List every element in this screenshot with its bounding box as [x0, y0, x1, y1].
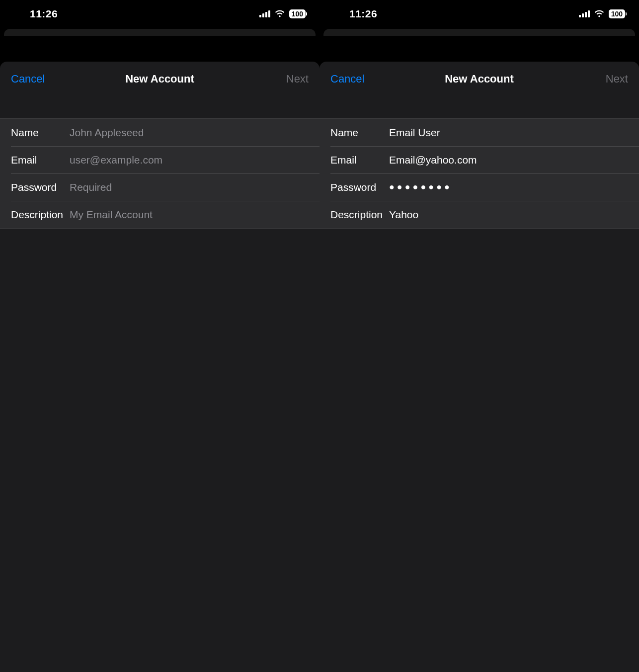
name-label: Name: [11, 127, 70, 139]
password-field[interactable]: [70, 181, 320, 193]
password-label: Password: [330, 181, 389, 193]
next-button[interactable]: Next: [606, 73, 628, 85]
password-row: Password ●●●●●●●●: [320, 173, 639, 201]
cancel-button[interactable]: Cancel: [11, 73, 45, 85]
email-row: Email Email@yahoo.com: [320, 146, 639, 173]
description-label: Description: [330, 209, 389, 221]
screen-right: 11:26 100 Cancel New Account Next Name E…: [320, 0, 639, 672]
password-label: Password: [11, 181, 70, 193]
cellular-signal-icon: [259, 10, 270, 17]
status-time: 11:26: [349, 8, 377, 20]
email-field[interactable]: Email@yahoo.com: [389, 154, 639, 166]
battery-icon: 100: [289, 9, 306, 19]
password-row: Password: [0, 173, 320, 201]
status-time: 11:26: [30, 8, 58, 20]
email-label: Email: [11, 154, 70, 166]
name-row: Name Email User: [320, 119, 639, 146]
status-icons: 100: [259, 9, 306, 19]
page-title: New Account: [445, 73, 514, 85]
nav-bar: Cancel New Account Next: [0, 62, 320, 96]
description-field[interactable]: Yahoo: [389, 209, 639, 221]
description-field[interactable]: [70, 209, 320, 221]
status-bar: 11:26 100: [0, 0, 320, 28]
email-row: Email: [0, 146, 320, 173]
modal-sheet: Cancel New Account Next Name Email User …: [320, 62, 639, 672]
battery-icon: 100: [609, 9, 625, 19]
name-row: Name: [0, 119, 320, 146]
description-row: Description Yahoo: [320, 201, 639, 228]
account-form: Name Email User Email Email@yahoo.com Pa…: [320, 118, 639, 229]
sheet-backdrop: [323, 29, 635, 36]
cellular-signal-icon: [579, 10, 590, 17]
email-label: Email: [330, 154, 389, 166]
email-field[interactable]: [70, 154, 320, 166]
status-bar: 11:26 100: [320, 0, 639, 28]
description-row: Description: [0, 201, 320, 228]
sheet-body: [0, 229, 320, 672]
password-field[interactable]: ●●●●●●●●: [389, 182, 639, 192]
wifi-icon: [594, 10, 605, 18]
screen-left: 11:26 100 Cancel New Account Next Name: [0, 0, 320, 672]
wifi-icon: [274, 10, 285, 18]
name-field[interactable]: Email User: [389, 127, 639, 139]
next-button[interactable]: Next: [286, 73, 309, 85]
status-icons: 100: [579, 9, 625, 19]
page-title: New Account: [125, 73, 194, 85]
name-field[interactable]: [70, 127, 320, 139]
cancel-button[interactable]: Cancel: [330, 73, 364, 85]
name-label: Name: [330, 127, 389, 139]
account-form: Name Email Password Description: [0, 118, 320, 229]
sheet-body: [320, 229, 639, 672]
description-label: Description: [11, 209, 70, 221]
nav-bar: Cancel New Account Next: [320, 62, 639, 96]
modal-sheet: Cancel New Account Next Name Email Passw…: [0, 62, 320, 672]
sheet-backdrop: [4, 29, 316, 36]
